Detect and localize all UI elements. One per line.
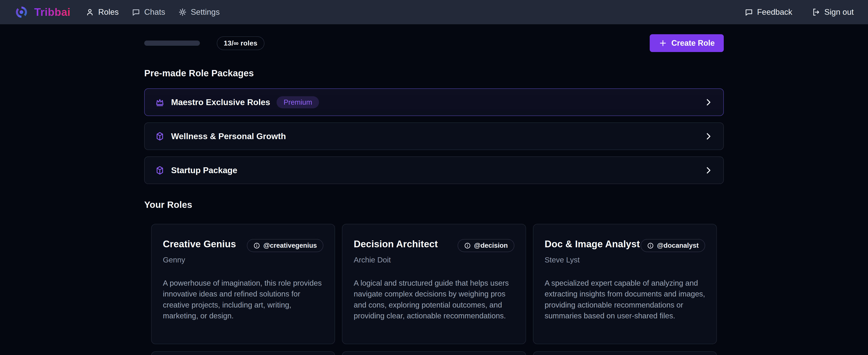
- role-handle: @decision: [474, 242, 508, 249]
- role-handle: @creativegenius: [264, 242, 317, 249]
- roles-progress-bar: [144, 40, 200, 46]
- role-card-partial[interactable]: [533, 351, 717, 355]
- info-icon: [253, 242, 260, 249]
- role-subtitle: Genny: [163, 256, 323, 264]
- user-icon: [86, 8, 94, 17]
- main-content: 13/∞ roles Create Role Pre-made Role Pac…: [144, 34, 724, 355]
- package-row-maestro[interactable]: Maestro Exclusive Roles Premium: [144, 88, 724, 116]
- role-card-partial[interactable]: [151, 351, 335, 355]
- role-description: A specialized expert capable of analyzin…: [545, 278, 705, 321]
- card-header: Doc & Image Analyst @docanalyst: [545, 239, 705, 252]
- role-title: Doc & Image Analyst: [545, 239, 640, 249]
- nav-item-label: Chats: [144, 7, 165, 17]
- package-name: Wellness & Personal Growth: [171, 131, 286, 141]
- sign-out-label: Sign out: [824, 7, 854, 17]
- info-icon: [647, 242, 654, 249]
- card-header: Decision Architect @decision: [354, 239, 514, 252]
- nav-right-group: Feedback Sign out: [745, 7, 854, 17]
- tribbai-logo-icon: [14, 5, 29, 19]
- create-role-button[interactable]: Create Role: [650, 34, 724, 52]
- package-name: Startup Package: [171, 166, 237, 175]
- nav-item-chats[interactable]: Chats: [132, 7, 165, 17]
- role-subtitle: Steve Lyst: [545, 256, 705, 264]
- gear-icon: [178, 8, 187, 17]
- role-description: A logical and structured guide that help…: [354, 278, 514, 321]
- role-handle-badge[interactable]: @docanalyst: [641, 239, 705, 252]
- role-handle-badge[interactable]: @decision: [458, 239, 514, 252]
- brand-name: Tribbai: [34, 6, 70, 19]
- nav-item-label: Settings: [191, 7, 220, 17]
- role-handle: @docanalyst: [657, 242, 699, 249]
- role-handle-badge[interactable]: @creativegenius: [247, 239, 323, 252]
- chevron-right-icon: [704, 98, 713, 107]
- premium-badge: Premium: [277, 96, 319, 108]
- roles-count-badge: 13/∞ roles: [217, 36, 265, 50]
- create-role-label: Create Role: [671, 38, 715, 48]
- role-card-doc-image-analyst[interactable]: Doc & Image Analyst @docanalyst Steve Ly…: [533, 224, 717, 344]
- nav-item-label: Roles: [98, 7, 119, 17]
- nav-item-settings[interactable]: Settings: [178, 7, 220, 17]
- package-row-startup[interactable]: Startup Package: [144, 156, 724, 184]
- card-header: Creative Genius @creativegenius: [163, 239, 323, 252]
- info-icon: [464, 242, 471, 249]
- package-icon: [155, 166, 164, 175]
- plus-icon: [659, 39, 667, 47]
- role-card-partial[interactable]: [342, 351, 526, 355]
- role-description: A powerhouse of imagination, this role p…: [163, 278, 323, 321]
- premade-packages-title: Pre-made Role Packages: [144, 68, 724, 79]
- brand-logo-group[interactable]: Tribbai: [14, 5, 70, 19]
- crown-icon: [155, 97, 164, 107]
- role-card-creative-genius[interactable]: Creative Genius @creativegenius Genny A …: [151, 224, 335, 344]
- roles-toolbar: 13/∞ roles Create Role: [144, 34, 724, 52]
- package-name: Maestro Exclusive Roles: [171, 97, 270, 107]
- top-navbar: Tribbai Roles Chats Settings Feedback Si…: [0, 0, 868, 24]
- feedback-button[interactable]: Feedback: [745, 7, 793, 17]
- feedback-label: Feedback: [757, 7, 793, 17]
- chevron-right-icon: [704, 166, 713, 175]
- sign-out-button[interactable]: Sign out: [812, 7, 854, 17]
- package-row-wellness[interactable]: Wellness & Personal Growth: [144, 122, 724, 150]
- chat-icon: [745, 8, 753, 17]
- package-icon: [155, 131, 164, 141]
- chevron-right-icon: [704, 132, 713, 141]
- your-roles-title: Your Roles: [144, 200, 724, 210]
- sign-out-icon: [812, 8, 820, 17]
- role-card-decision-architect[interactable]: Decision Architect @decision Archie Doit…: [342, 224, 526, 344]
- nav-item-roles[interactable]: Roles: [86, 7, 119, 17]
- role-title: Decision Architect: [354, 239, 438, 249]
- chat-icon: [132, 8, 140, 17]
- main-nav: Roles Chats Settings: [86, 7, 220, 17]
- roles-grid: Creative Genius @creativegenius Genny A …: [151, 224, 717, 355]
- role-subtitle: Archie Doit: [354, 256, 514, 264]
- role-title: Creative Genius: [163, 239, 236, 249]
